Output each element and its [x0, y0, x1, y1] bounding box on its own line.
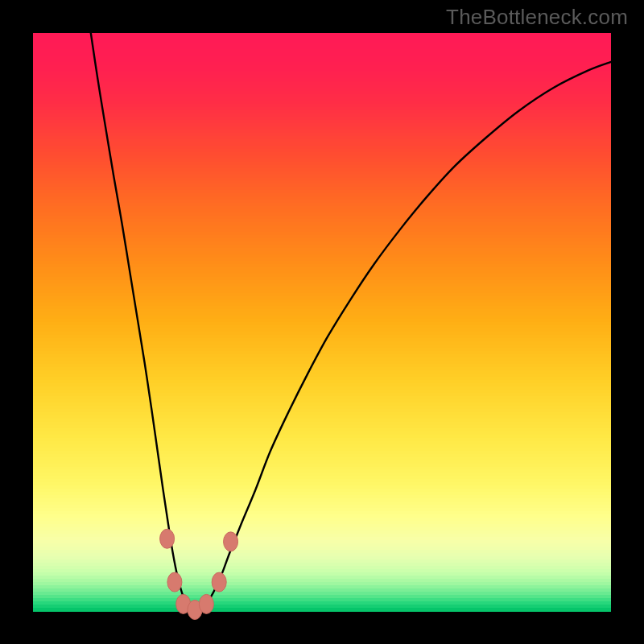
chart-frame: TheBottleneck.com: [0, 0, 644, 644]
curve-marker: [212, 572, 226, 592]
bottleneck-curve: [91, 33, 611, 611]
curve-marker: [199, 594, 213, 613]
curve-marker: [160, 529, 175, 548]
curve-marker: [224, 532, 238, 551]
chart-overlay: [33, 33, 611, 611]
curve-marker: [167, 572, 182, 592]
watermark-text: TheBottleneck.com: [446, 5, 628, 30]
